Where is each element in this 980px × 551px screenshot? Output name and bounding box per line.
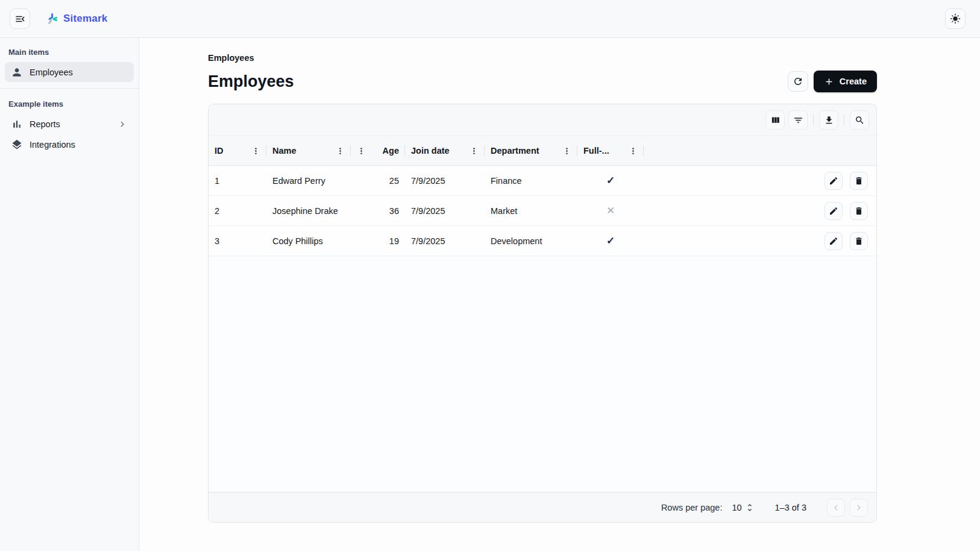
cell-join-date: 7/9/2025 <box>405 206 485 216</box>
column-header-id[interactable]: ID <box>209 136 266 165</box>
pencil-icon <box>829 236 838 246</box>
cell-name: Edward Perry <box>266 176 351 186</box>
sidebar-section-main-items: Main items <box>0 44 139 61</box>
column-header-name[interactable]: Name <box>266 136 351 165</box>
sun-icon <box>950 13 961 24</box>
pencil-icon <box>829 206 838 216</box>
chevron-right-icon <box>117 119 128 130</box>
delete-row-button[interactable] <box>850 232 868 250</box>
unfold-more-icon <box>745 503 755 512</box>
check-icon: ✓ <box>577 235 644 247</box>
grid-toolbar <box>209 104 876 136</box>
cell-department: Market <box>485 206 577 216</box>
column-menu-icon[interactable] <box>251 146 260 156</box>
refresh-button[interactable] <box>788 71 808 92</box>
column-label: ID <box>215 146 224 156</box>
data-grid: IDNameAgeJoin dateDepartmentFull-... 1 E… <box>208 104 877 523</box>
cross-icon: ✕ <box>577 204 644 217</box>
edit-row-button[interactable] <box>825 232 843 250</box>
cell-name: Cody Phillips <box>266 236 351 246</box>
collapse-menu-button[interactable] <box>10 8 30 29</box>
toolbar-divider <box>813 115 814 125</box>
download-icon <box>824 115 834 125</box>
column-menu-icon[interactable] <box>470 146 479 156</box>
export-button[interactable] <box>819 110 838 130</box>
trash-icon <box>854 206 864 216</box>
columns-button[interactable] <box>765 110 785 130</box>
row-actions <box>825 232 876 250</box>
menu-open-icon <box>14 13 26 25</box>
cell-id: 2 <box>209 206 266 216</box>
rows-per-page-select[interactable]: 10 <box>732 503 754 512</box>
column-menu-icon[interactable] <box>336 146 345 156</box>
row-actions <box>825 172 876 190</box>
filter-button[interactable] <box>788 110 808 130</box>
column-menu-icon[interactable] <box>562 146 571 156</box>
column-header-department[interactable]: Department <box>485 136 577 165</box>
trash-icon <box>854 176 864 186</box>
cell-department: Finance <box>485 176 577 186</box>
rows-per-page-value: 10 <box>732 503 741 512</box>
filter-icon <box>793 115 803 125</box>
column-header-age[interactable]: Age <box>351 136 405 165</box>
logo-text: Sitemark <box>63 13 107 25</box>
sidebar-item-label: Integrations <box>30 140 75 150</box>
column-label: Name <box>272 146 297 156</box>
sidebar-item-employees[interactable]: Employees <box>5 62 134 82</box>
column-label: Age <box>383 146 399 156</box>
cell-id: 3 <box>209 236 266 246</box>
plus-icon <box>824 77 834 87</box>
cell-join-date: 7/9/2025 <box>405 176 485 186</box>
sidebar-item-reports[interactable]: Reports <box>5 114 134 134</box>
toolbar-divider <box>844 115 844 125</box>
table-row[interactable]: 1 Edward Perry 25 7/9/2025 Finance ✓ <box>209 166 876 196</box>
cell-name: Josephine Drake <box>266 206 351 216</box>
app-header: Sitemark <box>0 0 980 38</box>
create-button-label: Create <box>840 77 867 86</box>
cell-join-date: 7/9/2025 <box>405 236 485 246</box>
page-title: Employees <box>208 72 294 91</box>
edit-row-button[interactable] <box>825 202 843 220</box>
layers-icon <box>11 139 23 151</box>
edit-row-button[interactable] <box>825 172 843 190</box>
sidebar-section-example-items: Example items <box>0 96 139 113</box>
sidebar-divider <box>0 88 139 89</box>
bar-chart-icon <box>11 118 23 130</box>
table-row[interactable]: 3 Cody Phillips 19 7/9/2025 Development … <box>209 226 876 256</box>
cell-department: Development <box>485 236 577 246</box>
column-label: Full-... <box>583 146 609 156</box>
columns-icon <box>770 115 781 125</box>
create-button[interactable]: Create <box>814 71 877 92</box>
column-label: Department <box>491 146 539 156</box>
column-menu-icon[interactable] <box>629 146 638 156</box>
search-icon <box>855 115 865 125</box>
main-area: Employees Employees Create <box>139 38 980 551</box>
pagination-range: 1–3 of 3 <box>775 503 806 512</box>
grid-footer: Rows per page: 10 1–3 of 3 <box>209 492 876 522</box>
column-menu-icon[interactable] <box>357 146 366 156</box>
grid-rows: 1 Edward Perry 25 7/9/2025 Finance ✓ 2 J… <box>209 166 876 256</box>
search-button[interactable] <box>850 110 869 130</box>
cell-age: 36 <box>351 206 405 216</box>
sidebar-item-integrations[interactable]: Integrations <box>5 134 134 154</box>
table-row[interactable]: 2 Josephine Drake 36 7/9/2025 Market ✕ <box>209 196 876 226</box>
app-logo: Sitemark <box>46 13 107 25</box>
theme-toggle-button[interactable] <box>945 8 966 29</box>
next-page-button[interactable] <box>850 499 868 517</box>
delete-row-button[interactable] <box>850 202 868 220</box>
pencil-icon <box>829 176 838 186</box>
sidebar-item-label: Reports <box>30 119 60 129</box>
delete-row-button[interactable] <box>850 172 868 190</box>
cell-age: 19 <box>351 236 405 246</box>
sidebar: Main items Employees Example items Repor… <box>0 38 139 551</box>
grid-empty-area <box>209 256 876 492</box>
previous-page-button[interactable] <box>827 499 845 517</box>
check-icon: ✓ <box>577 174 644 187</box>
chevron-right-icon <box>853 502 864 513</box>
cell-age: 25 <box>351 176 405 186</box>
column-header-full[interactable]: Full-... <box>577 136 644 165</box>
column-header-join-date[interactable]: Join date <box>405 136 485 165</box>
sitemark-logo-icon <box>46 13 58 25</box>
breadcrumb: Employees <box>208 53 877 63</box>
row-actions <box>825 202 876 220</box>
